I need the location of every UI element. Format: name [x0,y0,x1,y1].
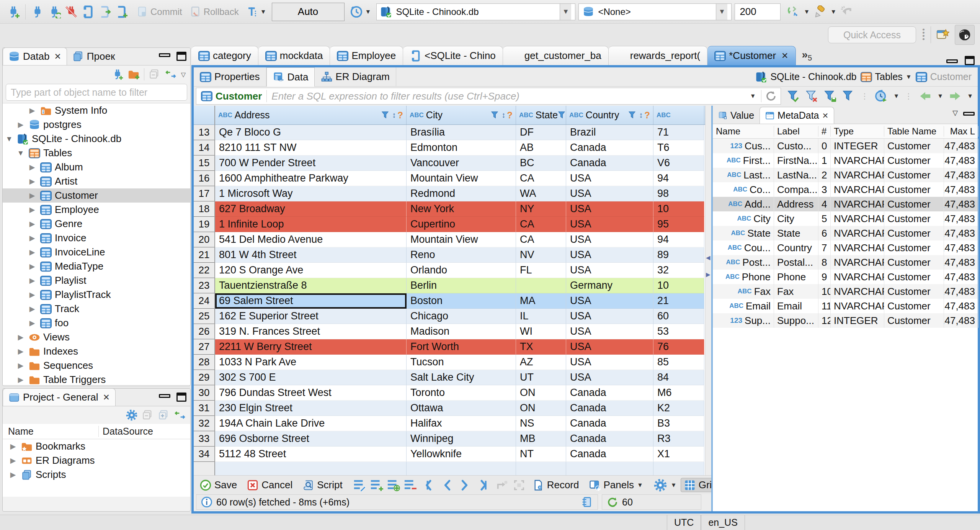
previous-row-icon[interactable] [441,479,454,492]
grid-cell[interactable]: USA [566,309,653,324]
metadata-row-phone[interactable]: ABCPhonePhone9NVARCHARCustomer2,147,483 [713,270,978,284]
link-with-editor-icon[interactable] [165,69,176,80]
grid-cell[interactable]: USA [566,247,653,263]
grid-cell[interactable]: MB [516,431,566,447]
grid-cell[interactable]: 60 [653,309,704,324]
metadata-column-header[interactable]: # [818,126,831,137]
grid-cell[interactable]: Tucson [407,355,516,370]
grid-cell[interactable]: R3 [653,431,704,447]
row-number[interactable]: 24 [194,293,214,309]
expand-arrow-icon[interactable]: ▶ [16,347,26,356]
metadata-column-header[interactable]: Name [713,126,774,137]
grid-cell[interactable]: 2211 W Berry Street [215,339,407,355]
column-header-country[interactable]: ABCCountry↕? [566,106,653,124]
grid-cell[interactable]: 10 [653,201,704,217]
save-filter-icon[interactable] [824,90,837,103]
open-sql-script-icon[interactable] [115,5,128,18]
column-filter-icon[interactable] [628,111,637,120]
expand-arrow-icon[interactable]: ▶ [16,120,26,129]
fetch-next-icon[interactable] [949,90,962,103]
expand-arrow-icon[interactable]: ▶ [27,219,37,228]
splitter-arrow-icon[interactable]: ▶ [706,271,710,278]
metadata-row-compa-[interactable]: ABCCo...Compa...3NVARCHARCustomer2,147,4… [713,182,978,197]
grid-cell[interactable]: Tauentzienstraße 8 [215,278,407,293]
project-item-er-diagrams[interactable]: ▶ER Diagrams [3,453,190,468]
expand-arrow-icon[interactable]: ▶ [27,319,37,327]
grid-cell[interactable]: 21 [653,293,704,309]
close-icon[interactable]: ✕ [781,51,788,61]
grid-cell[interactable]: Fort Worth [407,339,516,355]
apply-filter-icon[interactable] [787,90,800,103]
row-number[interactable]: 16 [194,171,214,186]
view-menu-icon[interactable]: ▽ [952,109,958,117]
close-icon[interactable]: ✕ [103,393,110,402]
row-number[interactable]: 33 [194,431,214,447]
row-number[interactable]: 19 [194,217,214,232]
metadata-row-postal-[interactable]: ABCPost...Postal...8NVARCHARCustomer2,14… [713,255,978,270]
grid-cell[interactable]: X1 [653,447,704,462]
subtab-er-diagram[interactable]: ER Diagram [315,67,396,87]
subtab-properties[interactable]: Properties [194,67,266,87]
tree-item-artist[interactable]: ▶Artist [3,174,190,188]
new-connection-icon[interactable] [112,69,123,80]
custom-filter-icon[interactable] [842,90,855,103]
tree-item-invoice[interactable]: ▶Invoice [3,231,190,245]
metadata-row-city[interactable]: ABCCityCity5NVARCHARCustomer2,147,483 [713,211,978,226]
grid-cell[interactable]: Reno [407,247,516,263]
grid-cell[interactable]: NS [516,416,566,431]
grid-cell[interactable]: Boston [407,293,516,309]
project-item-bookmarks[interactable]: ▶Bookmarks [3,439,190,453]
grid-cell[interactable]: USA [566,186,653,201]
connection-combo[interactable]: SQLite - Chinook.db ▼ [376,3,575,20]
grid-cell[interactable]: 1033 N Park Ave [215,355,407,370]
column-header-name[interactable]: Name [3,426,98,437]
expand-arrow-icon[interactable]: ▶ [27,163,37,172]
expand-arrow-icon[interactable]: ▶ [8,470,18,479]
record-button[interactable]: Record [529,478,582,492]
minimize-icon[interactable] [963,112,975,116]
tree-item-indexes[interactable]: ▶Indexes [3,344,190,358]
minimize-icon[interactable] [159,394,170,398]
grid-cell[interactable]: 5112 48 Street [215,447,407,462]
rollback-button[interactable]: Rollback [188,5,241,19]
link-with-editor-icon[interactable] [174,409,186,421]
expand-arrow-icon[interactable]: ▶ [8,456,18,465]
grid-cell[interactable]: USA [566,370,653,385]
metadata-row-custo-[interactable]: 123Cus...Custo...0INTEGERCustomer2,147,4… [713,139,978,153]
metadata-column-header[interactable]: Type [831,126,884,137]
back-history-icon[interactable] [840,5,853,18]
row-number[interactable]: 25 [194,309,214,324]
tree-item-sequences[interactable]: ▶Sequences [3,358,190,373]
tree-item-mediatype[interactable]: ▶MediaType [3,259,190,273]
column-header-address[interactable]: ABCAddress↕? [215,106,407,124]
grid-vertical-scrollbar[interactable]: ◀ ▶ [705,106,711,475]
column-filter-icon[interactable] [381,111,390,120]
tab-projects[interactable]: Проек [67,47,120,65]
grid-cell[interactable]: 53 [653,324,704,339]
editor-tab-mockdata[interactable]: mockdata [258,46,330,65]
tree-item-album[interactable]: ▶Album [3,160,190,174]
grid-cell[interactable]: B3 [653,416,704,431]
view-menu-icon[interactable]: ▽ [181,71,186,78]
tab-overflow-indicator[interactable]: »5 [796,49,818,62]
metadata-row-state[interactable]: ABCStateState6NVARCHARCustomer2,147,483 [713,226,978,240]
grid-cell[interactable]: Mountain View [407,232,516,247]
grid-cell[interactable]: M6 [653,385,704,401]
grid-cell[interactable]: Canada [566,447,653,462]
grid-cell[interactable]: TX [516,339,566,355]
settings-gear-icon[interactable] [126,409,137,421]
grid-cell[interactable]: Canada [566,431,653,447]
metadata-row-address[interactable]: ABCAdd...Address4NVARCHARCustomer2,147,4… [713,197,978,211]
grid-cell[interactable]: K2 [653,401,704,416]
grid-cell[interactable]: V6 [653,155,704,171]
grid-cell[interactable]: 69 Salem Street [215,293,407,309]
transaction-mode-button[interactable]: ▼ [244,5,269,19]
grid-cell[interactable]: 10 [653,278,704,293]
tree-item-tables[interactable]: ▼Tables [3,146,190,160]
metadata-row-fax[interactable]: ABCFaxFax10NVARCHARCustomer2,147,483 [713,284,978,299]
grid-cell[interactable]: FL [516,263,566,278]
grid-cell[interactable]: Winnipeg [407,431,516,447]
grid-cell[interactable]: USA [566,263,653,278]
grid-cell[interactable]: 76 [653,339,704,355]
row-number[interactable]: 30 [194,385,214,401]
